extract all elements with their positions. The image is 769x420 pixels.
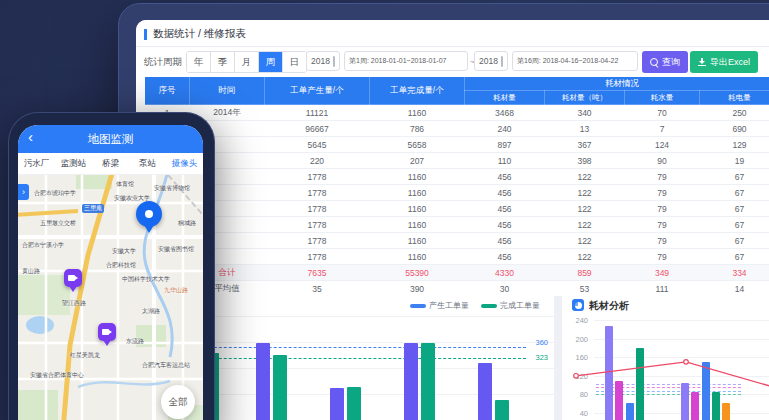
location-pin[interactable]: [136, 201, 162, 227]
map-label: 合肥汽车客运总站: [142, 361, 190, 370]
table-row: 6177811604561227967: [145, 185, 769, 201]
map-label: 红星美凯龙: [70, 351, 100, 360]
map-label: 合肥科技馆: [106, 261, 136, 270]
week-range-start-input[interactable]: 第1周: 2018-01-01~2018-01-07: [344, 51, 468, 71]
map-label: 体育馆: [116, 180, 134, 189]
report-table: 序号时间工单产生量/个工单完成量/个耗材情况耗材量耗材量（吨）耗水量耗电量 12…: [144, 76, 769, 297]
year-end-input[interactable]: 2018: [474, 51, 508, 71]
camera-marker[interactable]: [64, 269, 82, 287]
map-label: 太湖路: [142, 307, 160, 316]
col-header: 工单完成量/个: [370, 77, 465, 105]
col-header: 时间: [190, 77, 265, 105]
table-row: 10177811604561227967: [145, 249, 769, 265]
period-segment: 年季月周日: [186, 51, 307, 73]
map-label: 九华山路: [164, 286, 188, 295]
export-excel-button[interactable]: 导出Excel: [690, 51, 758, 73]
phone-screen: ‹ 地图监测 污水厂监测站桥梁泵站摄像头: [18, 125, 203, 420]
search-button[interactable]: 查询: [642, 51, 688, 73]
consumables-chart-card: 耗材分析 2402001601208040: [562, 292, 769, 420]
period-option-周[interactable]: 周: [259, 52, 283, 72]
sub-col-header: 耗水量: [625, 91, 700, 105]
table-row: 7177811604561227967: [145, 201, 769, 217]
period-option-日[interactable]: 日: [283, 52, 306, 72]
map-label: 东流路: [126, 337, 144, 346]
col-header: 序号: [145, 77, 190, 105]
period-option-年[interactable]: 年: [187, 52, 211, 72]
map-label: 合肥市宁溪小学: [22, 241, 64, 250]
total-row: 合计7635553904330859349334: [145, 265, 769, 281]
map-overlay: 合肥市琥珀中学体育馆安徽农业大学安徽省博物馆桐城路五里墩立交桥三里庵合肥市宁溪小…: [18, 175, 203, 420]
breadcrumb-text: 数据统计 / 维修报表: [153, 27, 246, 41]
table-row: 9177811604561227967: [145, 233, 769, 249]
tab-泵站[interactable]: 泵站: [129, 153, 166, 174]
phone-header: ‹ 地图监测: [18, 125, 203, 153]
divider: [136, 46, 769, 47]
map-label: 安徽大学: [112, 247, 136, 256]
table-row: 8177811604561227967: [145, 217, 769, 233]
search-icon: [650, 58, 658, 66]
group-header: 耗材情况: [465, 77, 769, 91]
map-label: 桐城路: [178, 219, 196, 228]
period-option-季[interactable]: 季: [211, 52, 235, 72]
table-row: 12014年111211160346834070250: [145, 105, 769, 121]
map-label: 安徽省合肥体育中心: [30, 371, 84, 380]
map-label: 安徽省博物馆: [154, 184, 190, 193]
map-label: 合肥市琥珀中学: [34, 189, 76, 198]
period-option-月[interactable]: 月: [235, 52, 259, 72]
calendar-icon: [333, 56, 335, 67]
col-header: 工单产生量/个: [265, 77, 370, 105]
map-expander[interactable]: ›: [18, 184, 29, 200]
table-row: 296667786240137690: [145, 121, 769, 137]
table-row: 42202071103989019: [145, 153, 769, 169]
sub-col-header: 耗材量（吨）: [545, 91, 625, 105]
report-panel: 数据统计 / 维修报表 统计周期： 年季月周日 2018 第1周: 2018-0…: [136, 20, 769, 282]
map-label: 三里庵: [82, 204, 104, 213]
report-table-body: 12014年1112111603468340702502966677862401…: [145, 105, 769, 297]
camera-marker[interactable]: [98, 323, 116, 341]
tab-监测站[interactable]: 监测站: [55, 153, 92, 174]
table-row: 356455658897367124129: [145, 137, 769, 153]
sub-col-header: 耗材量: [465, 91, 545, 105]
sub-col-header: 耗电量: [700, 91, 769, 105]
week-range-end-input[interactable]: 第16周: 2018-04-16~2018-04-22: [512, 51, 638, 71]
download-icon: [698, 58, 706, 66]
breadcrumb: 数据统计 / 维修报表: [144, 27, 246, 41]
show-all-button[interactable]: 全部: [161, 385, 195, 419]
dashboard-screen: 数据统计 / 维修报表 统计周期： 年季月周日 2018 第1周: 2018-0…: [136, 20, 769, 420]
year-start-input[interactable]: 2018: [306, 51, 340, 71]
table-row: 5177811604561227967: [145, 169, 769, 185]
tab-桥梁[interactable]: 桥梁: [92, 153, 129, 174]
period-label: 统计周期：: [144, 51, 192, 73]
map-label: 五里墩立交桥: [40, 219, 76, 228]
map-label: 中国科学技术大学: [122, 275, 170, 284]
phone-mockup: ‹ 地图监测 污水厂监测站桥梁泵站摄像头: [8, 112, 215, 420]
report-table-head: 序号时间工单产生量/个工单完成量/个耗材情况耗材量耗材量（吨）耗水量耗电量: [145, 77, 769, 105]
breadcrumb-accent: [144, 29, 147, 40]
map-canvas[interactable]: › 全部 合肥市琥珀中学体育馆安徽农业大学安徽省博物馆桐城路五里墩立交桥三里庵合…: [18, 175, 203, 420]
map-label: 望江西路: [62, 299, 86, 308]
calendar-icon: [501, 56, 503, 67]
consumables-chart-plot: 2402001601208040: [562, 292, 769, 420]
map-label: 黄山路: [22, 267, 40, 276]
map-label: 安徽省图书馆: [158, 245, 194, 254]
tab-摄像头[interactable]: 摄像头: [166, 153, 203, 174]
tab-污水厂[interactable]: 污水厂: [18, 153, 55, 174]
phone-tabs: 污水厂监测站桥梁泵站摄像头: [18, 153, 203, 175]
page-title: 地图监测: [18, 125, 203, 153]
filter-bar: 统计周期： 年季月周日 2018 第1周: 2018-01-01~2018-01…: [136, 50, 769, 74]
